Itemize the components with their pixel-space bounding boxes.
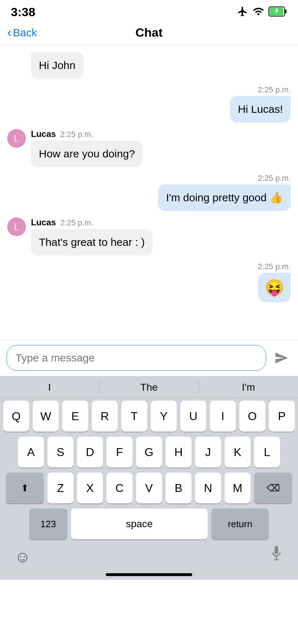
message-row: L Lucas 2:25 p.m. That's great to hear :… (7, 217, 291, 256)
status-icons (237, 6, 287, 19)
autocomplete-bar: I The I'm (0, 376, 298, 398)
autocomplete-word-1[interactable]: I (0, 382, 99, 393)
avatar: L (7, 217, 26, 236)
svg-rect-1 (285, 10, 286, 13)
airplane-icon (237, 6, 248, 19)
key-x[interactable]: X (77, 473, 103, 503)
key-r[interactable]: R (92, 401, 118, 432)
key-s[interactable]: S (48, 437, 73, 468)
message-bubble: I'm doing pretty good 👍 (158, 184, 291, 211)
send-button[interactable] (271, 348, 292, 368)
key-p[interactable]: P (269, 401, 295, 432)
message-time: 2:25 p.m. (60, 130, 93, 139)
backspace-key[interactable]: ⌫ (254, 473, 292, 503)
chat-area: Hi John 2:25 p.m. Hi Lucas! L Lucas 2:25… (0, 45, 298, 340)
bubble-container: 2:25 p.m. Hi Lucas! (230, 85, 291, 123)
message-bubble: Hi Lucas! (230, 96, 291, 123)
message-row: 2:25 p.m. Hi Lucas! (7, 85, 291, 123)
message-bubble: 😝 (258, 273, 291, 302)
message-time: 2:25 p.m. (258, 262, 291, 271)
return-key[interactable]: return (211, 509, 269, 539)
key-row-2: A S D F G H J K L (2, 437, 296, 468)
sender-name: Lucas (31, 217, 56, 227)
key-d[interactable]: D (77, 437, 103, 468)
key-f[interactable]: F (107, 437, 132, 468)
sender-line: Lucas 2:25 p.m. (31, 129, 93, 139)
message-bubble: How are you doing? (31, 141, 143, 167)
emoji-key[interactable]: ☺ (14, 548, 31, 566)
sender-name: Lucas (31, 129, 56, 139)
numbers-key[interactable]: 123 (29, 509, 67, 539)
message-time: 2:25 p.m. (258, 85, 291, 95)
key-k[interactable]: K (225, 437, 250, 468)
space-key[interactable]: space (71, 509, 208, 539)
message-row: 2:25 p.m. I'm doing pretty good 👍 (7, 174, 291, 211)
back-chevron-icon: ‹ (7, 25, 12, 40)
wifi-icon (252, 6, 265, 19)
key-c[interactable]: C (107, 473, 132, 503)
key-h[interactable]: H (166, 437, 191, 468)
key-q[interactable]: Q (3, 401, 29, 432)
key-m[interactable]: M (225, 473, 250, 503)
message-bubble: Hi John (31, 52, 83, 79)
nav-bar: ‹ Back Chat (0, 22, 298, 45)
key-n[interactable]: N (195, 473, 221, 503)
bubble-container: Hi John (31, 52, 83, 79)
svg-rect-4 (276, 557, 277, 559)
key-a[interactable]: A (18, 437, 44, 468)
bubble-container: 2:25 p.m. 😝 (258, 262, 291, 302)
key-t[interactable]: T (121, 401, 147, 432)
bubble-container: Lucas 2:25 p.m. That's great to hear : ) (31, 217, 153, 256)
key-row-3: ⬆ Z X C V B N M ⌫ (2, 473, 296, 503)
key-w[interactable]: W (33, 401, 59, 432)
message-time: 2:25 p.m. (60, 218, 93, 227)
message-bubble: That's great to hear : ) (31, 229, 153, 256)
back-label: Back (13, 27, 37, 39)
message-time: 2:25 p.m. (258, 174, 291, 183)
input-area (0, 340, 298, 376)
mic-key[interactable] (269, 546, 284, 567)
back-button[interactable]: ‹ Back (7, 25, 37, 40)
key-row-1: Q W E R T Y U I O P (2, 401, 296, 432)
key-g[interactable]: G (136, 437, 162, 468)
key-rows: Q W E R T Y U I O P A S D F G H J K L ⬆ … (0, 398, 298, 541)
keyboard-bottom-bar: ☺ (0, 541, 298, 567)
svg-rect-5 (274, 559, 279, 560)
autocomplete-word-3[interactable]: I'm (199, 382, 298, 393)
key-j[interactable]: J (195, 437, 221, 468)
bubble-container: Lucas 2:25 p.m. How are you doing? (31, 129, 143, 167)
key-e[interactable]: E (62, 401, 88, 432)
message-row: L Lucas 2:25 p.m. How are you doing? (7, 129, 291, 167)
status-bar: 3:38 (0, 0, 298, 22)
key-o[interactable]: O (239, 401, 265, 432)
shift-key[interactable]: ⬆ (6, 473, 44, 503)
key-v[interactable]: V (136, 473, 162, 503)
autocomplete-word-2[interactable]: The (99, 382, 198, 393)
message-row: 2:25 p.m. 😝 (7, 262, 291, 302)
sender-line: Lucas 2:25 p.m. (31, 217, 93, 227)
home-indicator (0, 567, 298, 580)
key-u[interactable]: U (180, 401, 206, 432)
key-i[interactable]: I (210, 401, 236, 432)
key-b[interactable]: B (166, 473, 191, 503)
key-z[interactable]: Z (48, 473, 73, 503)
avatar: L (7, 129, 26, 148)
message-row: Hi John (7, 52, 291, 79)
status-time: 3:38 (11, 5, 35, 19)
keyboard: I The I'm Q W E R T Y U I O P A S D F G … (0, 376, 298, 580)
key-y[interactable]: Y (151, 401, 177, 432)
bubble-container: 2:25 p.m. I'm doing pretty good 👍 (158, 174, 291, 211)
svg-rect-3 (275, 546, 278, 554)
nav-title: Chat (135, 26, 163, 40)
message-input[interactable] (6, 345, 266, 371)
battery-icon (268, 6, 287, 18)
key-row-4: 123 space return (2, 509, 296, 539)
home-bar (106, 573, 192, 576)
key-l[interactable]: L (254, 437, 280, 468)
